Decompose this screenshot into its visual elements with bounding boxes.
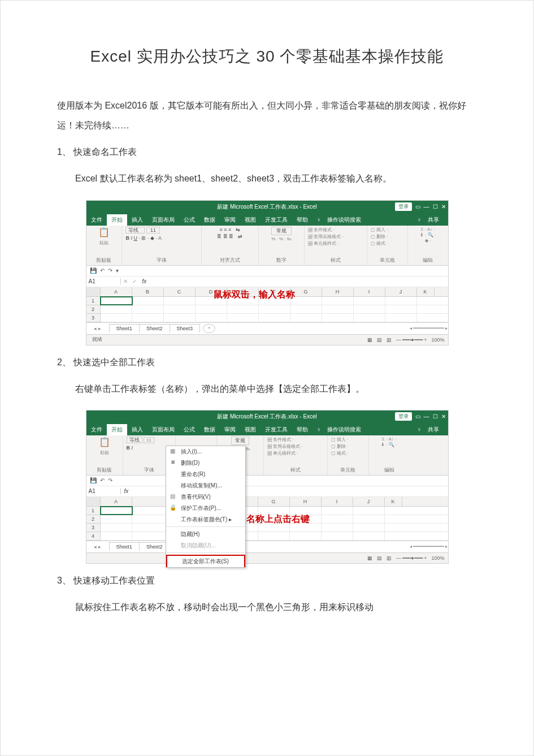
col-header[interactable]: B — [132, 287, 164, 296]
number-format-select[interactable]: 常规 — [271, 227, 292, 235]
paste-icon[interactable]: 📋 — [99, 437, 110, 447]
login-button[interactable]: 登录 — [395, 412, 412, 421]
undo-icon[interactable]: ↶ — [100, 477, 105, 483]
spreadsheet-grid[interactable]: A B C D E F G H I J K 1 2 3 — [86, 287, 448, 322]
ctx-tabcolor[interactable]: 工作表标签颜色(T) ▸ — [166, 514, 245, 525]
tab-home[interactable]: 开始 — [107, 214, 127, 226]
cell-style-button[interactable]: ▦ 单元格样式 · — [267, 450, 298, 456]
col-header[interactable]: I — [354, 287, 385, 296]
undo-icon[interactable]: ↶ — [100, 267, 105, 274]
col-header[interactable]: J — [353, 497, 385, 506]
ribbon-options-icon[interactable]: ▭ — [415, 413, 420, 420]
col-header[interactable]: H — [322, 287, 354, 296]
cells-insert-button[interactable]: ▢ 插入 · — [371, 227, 388, 233]
fx-icon[interactable]: fx — [139, 278, 150, 284]
cell-a1[interactable] — [101, 507, 132, 515]
view-pagebreak-icon[interactable]: ▥ — [387, 337, 392, 343]
ctx-rename[interactable]: 重命名(R) — [166, 469, 245, 480]
tab-layout[interactable]: 页面布局 — [147, 424, 179, 435]
view-normal-icon[interactable]: ▦ — [367, 337, 372, 343]
row-header[interactable]: 1 — [86, 507, 100, 515]
col-header[interactable]: J — [385, 287, 417, 296]
fontcolor-icon[interactable]: A — [158, 235, 162, 241]
sheet-nav[interactable]: ◂ ▸ — [86, 326, 109, 331]
tab-view[interactable]: 视图 — [240, 214, 261, 226]
col-header[interactable]: K — [385, 497, 402, 506]
row-header[interactable]: 3 — [86, 314, 100, 322]
minimize-icon[interactable]: — — [424, 413, 429, 420]
col-header[interactable]: G — [258, 497, 290, 506]
tab-formula[interactable]: 公式 — [179, 424, 199, 435]
ribbon-options-icon[interactable]: ▭ — [415, 204, 420, 210]
cells-format-button[interactable]: ▢ 格式 · — [331, 450, 349, 456]
cell-a1[interactable] — [101, 297, 132, 305]
ctx-move[interactable]: 移动或复制(M)... — [166, 480, 245, 491]
font-name-select[interactable]: 等线 — [127, 437, 142, 443]
fx-icon[interactable]: fx — [121, 488, 132, 494]
enter-icon[interactable]: ✓ — [130, 278, 139, 284]
row-header[interactable]: 3 — [86, 524, 100, 532]
sheet-tab-highlighted[interactable]: Sheet1 — [109, 542, 140, 551]
save-icon[interactable]: 💾 — [90, 267, 97, 274]
tab-insert[interactable]: 插入 — [127, 214, 147, 226]
table-format-button[interactable]: ▦ 套用表格格式 · — [308, 234, 344, 240]
italic-icon[interactable]: I — [131, 235, 132, 241]
col-header[interactable]: C — [164, 287, 196, 296]
row-header[interactable]: 2 — [86, 305, 100, 314]
sheet-nav[interactable]: ◂ ▸ — [86, 544, 109, 550]
select-all-corner[interactable] — [86, 497, 101, 506]
col-header[interactable]: A — [101, 497, 132, 506]
tab-review[interactable]: 审阅 — [220, 214, 240, 226]
border-icon[interactable]: ⊞ — [141, 235, 146, 241]
tab-layout[interactable]: 页面布局 — [147, 214, 179, 226]
col-header[interactable]: I — [322, 497, 353, 506]
name-box[interactable]: A1 — [86, 278, 121, 284]
tab-file[interactable]: 文件 — [86, 214, 107, 226]
row-header[interactable]: 4 — [86, 532, 100, 541]
tab-file[interactable]: 文件 — [86, 424, 107, 435]
font-name-select[interactable]: 等线 — [125, 227, 145, 234]
tell-me[interactable]: ♀ 操作说明搜索 — [312, 424, 370, 435]
view-layout-icon[interactable]: ▤ — [377, 337, 382, 343]
table-format-button[interactable]: ▦ 套用表格格式 · — [267, 443, 303, 450]
view-pagebreak-icon[interactable]: ▥ — [387, 555, 392, 561]
maximize-icon[interactable]: ☐ — [433, 204, 438, 210]
tab-insert[interactable]: 插入 — [127, 424, 147, 435]
ctx-hide[interactable]: 隐藏(H) — [166, 529, 245, 540]
new-sheet-button[interactable]: + — [203, 324, 215, 333]
bold-icon[interactable]: B — [125, 235, 129, 241]
view-normal-icon[interactable]: ▦ — [367, 555, 372, 561]
sheet-tab-highlighted[interactable]: Sheet3 — [170, 324, 201, 332]
tab-view[interactable]: 视图 — [240, 424, 261, 435]
tab-dev[interactable]: 开发工具 — [261, 214, 292, 226]
redo-icon[interactable]: ↷ — [108, 477, 112, 483]
name-box[interactable]: A1 — [86, 488, 121, 494]
ctx-select-all-sheets[interactable]: 选定全部工作表(S) — [166, 555, 245, 567]
maximize-icon[interactable]: ☐ — [433, 413, 438, 420]
tab-help[interactable]: 帮助 — [292, 214, 312, 226]
col-header[interactable]: A — [101, 287, 132, 296]
col-header[interactable]: K — [417, 287, 435, 296]
cond-format-button[interactable]: ▦ 条件格式 · — [267, 437, 294, 443]
row-header[interactable]: 1 — [86, 297, 100, 305]
view-layout-icon[interactable]: ▤ — [377, 555, 382, 561]
select-all-corner[interactable] — [86, 287, 101, 296]
sheet-tab[interactable]: Sheet1 — [109, 324, 140, 332]
ctx-delete[interactable]: ✖删除(D) — [166, 457, 245, 469]
col-header[interactable]: G — [290, 287, 322, 296]
zoom-level[interactable]: 100% — [431, 555, 444, 561]
ctx-insert[interactable]: ▦插入(I)... — [166, 446, 245, 457]
fill-icon[interactable]: ◆ — [150, 235, 154, 241]
cell-style-button[interactable]: ▦ 单元格样式 · — [308, 240, 339, 247]
close-icon[interactable]: ✕ — [441, 413, 446, 420]
tab-data[interactable]: 数据 — [199, 214, 220, 226]
share-button[interactable]: ♀ 共享 — [413, 424, 448, 435]
cells-delete-button[interactable]: ▢ 删除 · — [371, 234, 388, 240]
tab-formula[interactable]: 公式 — [179, 214, 199, 226]
cells-insert-button[interactable]: ▢ 插入 · — [331, 437, 349, 443]
paste-icon[interactable]: 📋 — [98, 227, 110, 237]
tab-review[interactable]: 审阅 — [220, 424, 240, 435]
login-button[interactable]: 登录 — [395, 202, 412, 211]
close-icon[interactable]: ✕ — [441, 204, 446, 210]
number-format-select[interactable]: 常规 — [231, 437, 249, 445]
